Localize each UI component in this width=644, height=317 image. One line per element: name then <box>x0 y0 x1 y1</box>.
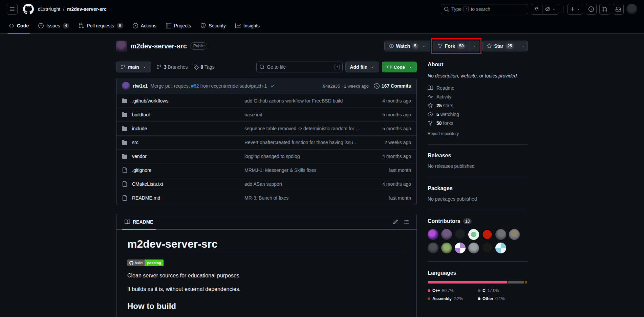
contributor-avatar[interactable] <box>455 229 466 240</box>
hamburger-menu-button[interactable] <box>7 4 18 15</box>
pr-number-link[interactable]: #62 <box>191 83 199 89</box>
language-legend-item[interactable]: Other 0.1% <box>478 296 528 301</box>
list-unordered-icon <box>404 219 409 225</box>
branches-label: Branches <box>168 64 188 70</box>
contributor-avatar[interactable] <box>495 243 506 253</box>
file-name-link[interactable]: src <box>132 140 138 145</box>
tags-link[interactable]: 0 Tags <box>193 64 215 70</box>
language-legend-item[interactable]: C 17.0% <box>478 288 528 293</box>
breadcrumb-repo[interactable]: m2dev-server-src <box>67 6 107 12</box>
report-repository-link[interactable]: Report repository <box>428 131 528 136</box>
file-name-link[interactable]: vendor <box>132 154 147 159</box>
about-activity-link[interactable]: Activity <box>428 94 528 99</box>
repo-owner-avatar[interactable] <box>116 41 127 51</box>
code-button[interactable]: Code <box>382 62 417 72</box>
git-branch-icon <box>121 64 126 70</box>
tab-readme[interactable]: README <box>122 214 156 229</box>
file-name-link[interactable]: CMakeLists.txt <box>132 181 163 187</box>
file-commit-message[interactable]: base init <box>244 112 360 117</box>
commit-message[interactable]: Merge pull request #62 from eccentricrid… <box>150 83 267 89</box>
pull-requests-counter: 6 <box>117 23 123 29</box>
about-forks-link[interactable]: 50 forks <box>428 120 528 126</box>
releases-section: Releases No releases published <box>428 144 528 177</box>
tab-pull-requests[interactable]: Pull requests 6 <box>74 18 127 33</box>
file-commit-message[interactable]: MR-3: Bunch of fixes <box>244 195 360 201</box>
contributor-avatar[interactable] <box>428 229 438 240</box>
file-name-link[interactable]: README.md <box>132 195 160 201</box>
table-row: include sequence table removed -> determ… <box>116 121 416 135</box>
watch-count: 5 <box>412 43 418 49</box>
branch-selector-button[interactable]: main <box>116 62 151 72</box>
contributor-avatar[interactable] <box>468 243 479 253</box>
build-status-badge[interactable]: build passing <box>127 259 164 266</box>
contributor-avatar[interactable] <box>428 243 438 253</box>
file-commit-message[interactable]: sequence table removed -> deterministic … <box>244 126 360 131</box>
git-pull-request-icon <box>602 6 607 12</box>
tab-code[interactable]: Code <box>5 18 33 33</box>
contributor-avatar[interactable] <box>482 243 493 253</box>
file-commit-message[interactable]: add Github actions workflow for FreeBSD … <box>244 98 360 104</box>
breadcrumb-owner[interactable]: d1str4ught <box>38 6 60 12</box>
pull-requests-header-button[interactable] <box>599 4 610 15</box>
outline-button[interactable] <box>402 217 411 227</box>
commit-history-link[interactable]: 167 Commits <box>374 83 411 89</box>
copilot-button[interactable] <box>531 4 542 14</box>
copilot-icon <box>534 6 539 12</box>
file-name-link[interactable]: .github/workflows <box>132 98 168 104</box>
copilot-chat-dropdown-button[interactable] <box>542 4 559 14</box>
watch-button[interactable]: Watch 5 <box>384 41 430 51</box>
branches-link[interactable]: 3 Branches <box>156 64 188 70</box>
star-button[interactable]: Star 25 <box>482 41 518 51</box>
tab-insights[interactable]: Insights <box>231 18 264 33</box>
about-watching-link[interactable]: 5 watching <box>428 112 528 117</box>
book-icon <box>125 219 130 225</box>
file-name-link[interactable]: buildtool <box>132 112 150 117</box>
global-search-input[interactable]: Type / to search <box>441 4 528 14</box>
file-commit-time: 4 months ago <box>360 98 411 104</box>
contributor-avatar[interactable] <box>482 229 493 240</box>
plus-icon <box>570 6 575 12</box>
github-logo-icon[interactable] <box>23 4 34 15</box>
file-commit-message[interactable]: Revert onaftercreated function for those… <box>244 140 360 145</box>
check-icon[interactable] <box>270 84 275 88</box>
add-file-button[interactable]: Add file <box>345 62 379 72</box>
inbox-button[interactable] <box>613 4 624 15</box>
chevron-down-icon <box>521 44 525 48</box>
tab-issues[interactable]: Issues 4 <box>34 18 73 33</box>
contributor-avatar[interactable] <box>455 243 466 253</box>
page-title[interactable]: m2dev-server-src <box>130 42 187 50</box>
tab-projects[interactable]: Projects <box>162 18 195 33</box>
star-dropdown-button[interactable] <box>518 41 528 51</box>
file-commit-message[interactable]: add ASan support <box>244 181 360 187</box>
file-commit-message[interactable]: MRMJ-1: Messenger & Skills fixes <box>244 167 360 173</box>
contributor-avatar[interactable] <box>509 229 520 240</box>
user-avatar[interactable] <box>626 4 637 15</box>
code-icon <box>386 64 392 70</box>
edit-readme-button[interactable] <box>391 217 400 227</box>
contributor-avatar[interactable] <box>441 243 452 253</box>
about-stars-link[interactable]: 25 stars <box>428 103 528 108</box>
contributor-avatar[interactable] <box>495 229 506 240</box>
file-name-link[interactable]: include <box>132 126 147 131</box>
issues-header-button[interactable] <box>586 4 597 15</box>
fork-button[interactable]: Fork 50 <box>433 41 470 51</box>
commit-author-avatar[interactable] <box>122 82 130 90</box>
contributor-avatar[interactable] <box>441 229 452 240</box>
tab-security[interactable]: Security <box>196 18 230 33</box>
go-to-file-input[interactable]: Go to file t <box>256 62 343 72</box>
tab-label: Pull requests <box>87 23 114 28</box>
search-placeholder-prefix: Type <box>451 6 461 12</box>
contributor-avatar[interactable] <box>468 229 479 240</box>
commit-sha-time[interactable]: 94a2e35 · 2 weeks ago <box>323 84 369 89</box>
commit-message-prefix: Merge pull request <box>150 83 190 89</box>
languages-bar[interactable] <box>428 281 528 284</box>
create-new-button[interactable] <box>567 4 583 15</box>
language-legend-item[interactable]: C++ 80.7% <box>428 288 478 293</box>
about-readme-link[interactable]: Readme <box>428 85 528 91</box>
language-legend-item[interactable]: Assembly 2.2% <box>428 296 478 301</box>
file-name-link[interactable]: .gitignore <box>132 167 152 173</box>
commit-author[interactable]: rtw1x1 <box>133 83 148 89</box>
fork-dropdown-button[interactable] <box>470 41 479 51</box>
tab-actions[interactable]: Actions <box>129 18 160 33</box>
file-commit-message[interactable]: logging changed to spdlog <box>244 154 360 159</box>
